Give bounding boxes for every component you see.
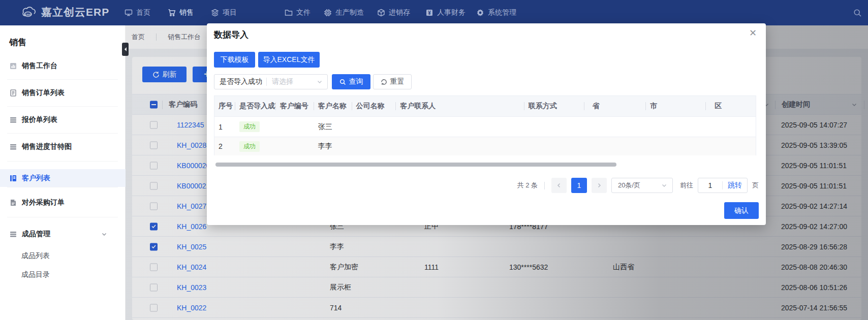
nav-item-system[interactable]: 系统管理 bbox=[476, 0, 516, 25]
sidebar-item-products-group[interactable]: 成品管理 bbox=[0, 224, 126, 244]
row-checkbox[interactable] bbox=[150, 222, 158, 230]
customer-code-link[interactable]: KH_0022 bbox=[177, 304, 206, 312]
col-phone: 联系方式 bbox=[524, 96, 584, 116]
nav-item-home[interactable]: 首页 bbox=[125, 0, 150, 25]
sidebar-item-sales-orders[interactable]: 销售订单列表 bbox=[0, 83, 126, 103]
import-row: 2 成功 李李 bbox=[214, 137, 756, 155]
sidebar-item-quotes[interactable]: 报价单列表 bbox=[0, 110, 126, 130]
customer-code-link[interactable]: KH_0025 bbox=[177, 243, 206, 251]
row-checkbox[interactable] bbox=[150, 182, 158, 189]
breadcrumb-home[interactable]: 首页 bbox=[132, 33, 145, 42]
cpu-icon bbox=[324, 9, 332, 17]
nav-item-files[interactable]: 文件 bbox=[285, 0, 311, 25]
customer-code-link[interactable]: KH_0023 bbox=[177, 283, 206, 292]
goto-label: 前往 bbox=[680, 181, 693, 190]
bar-chart-icon bbox=[9, 62, 17, 70]
created-sort-chevron-icon[interactable] bbox=[851, 102, 857, 108]
customer-code-link[interactable]: KH_0028 bbox=[177, 141, 206, 149]
status-badge: 成功 bbox=[239, 121, 260, 132]
column-divider bbox=[864, 101, 864, 109]
col-header-created: 创建时间 bbox=[782, 100, 810, 109]
nav-item-inventory[interactable]: 进销存 bbox=[377, 0, 410, 25]
row-company bbox=[352, 137, 396, 155]
confirm-button[interactable]: 确认 bbox=[724, 202, 759, 219]
created-time: 2025-09-05 14:07:27 bbox=[781, 121, 847, 129]
divider bbox=[266, 78, 267, 86]
divider bbox=[544, 182, 545, 189]
page-number-button[interactable]: 1 bbox=[571, 178, 587, 193]
box-icon bbox=[377, 9, 385, 17]
row-city bbox=[646, 117, 706, 137]
col-district: 区 bbox=[706, 96, 756, 116]
reset-button[interactable]: 重置 bbox=[373, 74, 412, 89]
download-template-button[interactable]: 下载模板 bbox=[214, 52, 255, 68]
column-divider bbox=[775, 101, 776, 109]
customer-code-link[interactable]: KB000021 bbox=[177, 182, 210, 190]
import-excel-button[interactable]: 导入EXCEL文件 bbox=[258, 52, 320, 68]
row-contact bbox=[396, 137, 524, 155]
nav-item-manufacturing[interactable]: 生产制造 bbox=[324, 0, 364, 25]
row-phone bbox=[524, 117, 584, 137]
select-all-checkbox[interactable] bbox=[150, 101, 158, 108]
data-import-dialog: ✕ 数据导入 下载模板 导入EXCEL文件 是否导入成功 请选择 查询 重置 序… bbox=[207, 23, 766, 225]
jump-button[interactable]: 跳转 bbox=[723, 181, 747, 190]
prev-page-button[interactable] bbox=[551, 178, 567, 193]
nav-item-project[interactable]: 项目 bbox=[211, 0, 237, 25]
dialog-title: 数据导入 bbox=[214, 29, 249, 41]
sidebar-collapse-handle[interactable] bbox=[122, 43, 129, 56]
col-header-code: 客户编码 bbox=[169, 100, 197, 109]
reset-icon bbox=[381, 79, 387, 85]
import-status-select[interactable]: 是否导入成功 请选择 bbox=[214, 74, 328, 89]
nav-item-hr-finance[interactable]: ¥ 人事财务 bbox=[425, 0, 466, 25]
gear-icon bbox=[476, 9, 484, 17]
row-checkbox[interactable] bbox=[150, 141, 158, 149]
sidebar-item-customers[interactable]: 客户列表 bbox=[0, 169, 126, 187]
customer-code-link[interactable]: KB000020 bbox=[177, 162, 210, 170]
company-name: 1111 bbox=[424, 263, 439, 271]
sidebar-item-product-list[interactable]: 成品列表 bbox=[0, 246, 126, 266]
row-checkbox[interactable] bbox=[150, 243, 158, 250]
col-city: 市 bbox=[646, 96, 706, 116]
customer-code-link[interactable]: KH_0026 bbox=[177, 222, 206, 231]
refresh-button[interactable]: 刷新 bbox=[142, 67, 187, 82]
list-icon bbox=[9, 116, 17, 124]
sidebar-item-purchase-orders[interactable]: 对外采购订单 bbox=[0, 193, 126, 213]
refresh-icon bbox=[152, 71, 160, 78]
row-name: 张三 bbox=[314, 117, 352, 137]
row-checkbox[interactable] bbox=[150, 263, 158, 271]
next-page-button[interactable] bbox=[592, 178, 607, 193]
customer-code-link[interactable]: KH_0027 bbox=[177, 202, 206, 210]
row-checkbox[interactable] bbox=[150, 162, 158, 169]
row-checkbox[interactable] bbox=[150, 304, 158, 311]
sidebar-item-workbench[interactable]: 销售工作台 bbox=[0, 56, 126, 76]
cart-icon bbox=[168, 9, 176, 17]
divider bbox=[7, 133, 118, 134]
customer-code-link[interactable]: KH_0024 bbox=[177, 263, 206, 271]
created-time: 2025-08-06 10:51:26 bbox=[781, 283, 847, 292]
row-checkbox[interactable] bbox=[150, 121, 158, 129]
goto-page-input[interactable]: 1 跳转 bbox=[698, 178, 748, 193]
query-button[interactable]: 查询 bbox=[332, 74, 370, 89]
row-city bbox=[646, 137, 706, 155]
row-checkbox[interactable] bbox=[150, 202, 158, 210]
row-checkbox[interactable] bbox=[150, 283, 158, 291]
created-time: 2025-09-05 11:01:51 bbox=[781, 162, 847, 170]
col-province: 省 bbox=[584, 96, 646, 116]
customer-name: 客户加密 bbox=[330, 263, 358, 272]
created-time: 2025-09-05 11:01:51 bbox=[781, 182, 847, 190]
search-icon[interactable] bbox=[853, 9, 862, 17]
customer-code-link[interactable]: 1122345 bbox=[177, 121, 204, 129]
app-logo[interactable]: ERP 嘉立创云ERP bbox=[21, 5, 109, 19]
close-icon[interactable]: ✕ bbox=[749, 28, 757, 38]
sidebar-item-product-catalog[interactable]: 成品目录 bbox=[0, 265, 126, 285]
table-row: KH_0025 李李 2025-08-29 16:56:28 bbox=[132, 237, 861, 257]
page-size-select[interactable]: 20条/页 bbox=[611, 178, 673, 193]
sidebar-item-gantt[interactable]: 销售进度甘特图 bbox=[0, 137, 126, 157]
row-district bbox=[706, 117, 756, 137]
col-code: 客户编号 bbox=[276, 96, 314, 116]
breadcrumb-current[interactable]: 销售工作台 bbox=[168, 33, 201, 42]
nav-item-sales[interactable]: 销售 bbox=[168, 0, 194, 25]
horizontal-scrollbar-thumb[interactable] bbox=[215, 163, 616, 167]
page-size-value: 20条/页 bbox=[618, 181, 658, 190]
import-table-header: 序号 是否导入成功 客户编号 客户名称 公司名称 客户联系人 联系方式 省 市 … bbox=[214, 96, 756, 116]
